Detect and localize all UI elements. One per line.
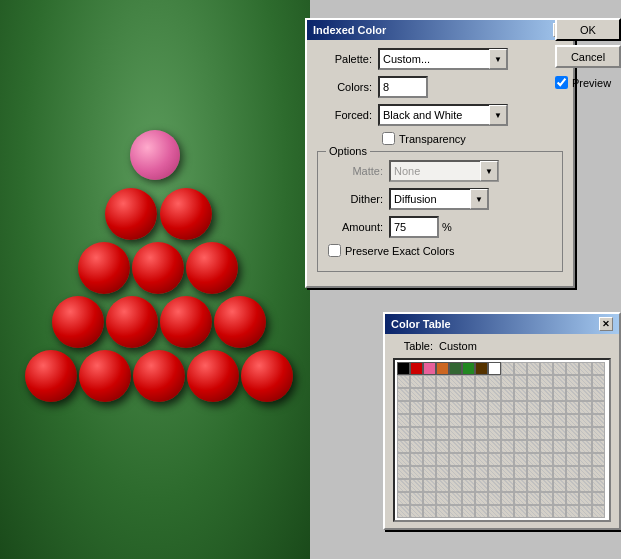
swatch-empty[interactable] <box>410 414 423 427</box>
swatch-empty[interactable] <box>514 440 527 453</box>
swatch-empty[interactable] <box>566 427 579 440</box>
swatch-empty[interactable] <box>462 505 475 518</box>
swatch-empty[interactable] <box>527 362 540 375</box>
swatch-empty[interactable] <box>475 453 488 466</box>
swatch-empty[interactable] <box>436 414 449 427</box>
swatch-empty[interactable] <box>397 375 410 388</box>
swatch-empty[interactable] <box>527 388 540 401</box>
swatch-empty[interactable] <box>579 505 592 518</box>
swatch-empty[interactable] <box>527 401 540 414</box>
swatch-empty[interactable] <box>592 414 605 427</box>
swatch-empty[interactable] <box>449 388 462 401</box>
swatch-empty[interactable] <box>410 453 423 466</box>
swatch-empty[interactable] <box>566 466 579 479</box>
swatch-empty[interactable] <box>410 466 423 479</box>
swatch-empty[interactable] <box>423 401 436 414</box>
palette-select[interactable]: Custom... <box>378 48 508 70</box>
swatch-empty[interactable] <box>410 375 423 388</box>
swatch-empty[interactable] <box>540 375 553 388</box>
swatch-empty[interactable] <box>449 427 462 440</box>
swatch-empty[interactable] <box>462 440 475 453</box>
swatch-empty[interactable] <box>553 466 566 479</box>
swatch-empty[interactable] <box>475 440 488 453</box>
swatch-empty[interactable] <box>488 479 501 492</box>
swatch-white[interactable] <box>488 362 501 375</box>
swatch-empty[interactable] <box>579 414 592 427</box>
transparency-checkbox[interactable] <box>382 132 395 145</box>
swatch-empty[interactable] <box>488 492 501 505</box>
swatch-empty[interactable] <box>514 401 527 414</box>
swatch-empty[interactable] <box>475 375 488 388</box>
swatch-empty[interactable] <box>527 453 540 466</box>
swatch-empty[interactable] <box>423 427 436 440</box>
swatch-empty[interactable] <box>540 492 553 505</box>
swatch-empty[interactable] <box>527 479 540 492</box>
color-table-titlebar[interactable]: Color Table ✕ <box>385 314 619 334</box>
swatch-empty[interactable] <box>501 362 514 375</box>
swatch-empty[interactable] <box>436 375 449 388</box>
swatch-empty[interactable] <box>449 479 462 492</box>
swatch-empty[interactable] <box>501 440 514 453</box>
swatch-empty[interactable] <box>423 388 436 401</box>
swatch-empty[interactable] <box>462 453 475 466</box>
swatch-empty[interactable] <box>514 414 527 427</box>
swatch-empty[interactable] <box>475 414 488 427</box>
swatch-pink[interactable] <box>423 362 436 375</box>
swatch-empty[interactable] <box>449 440 462 453</box>
swatch-empty[interactable] <box>579 427 592 440</box>
swatch-empty[interactable] <box>579 466 592 479</box>
swatch-empty[interactable] <box>475 401 488 414</box>
swatch-empty[interactable] <box>397 388 410 401</box>
swatch-darkgreen[interactable] <box>449 362 462 375</box>
swatch-empty[interactable] <box>501 401 514 414</box>
swatch-empty[interactable] <box>436 466 449 479</box>
swatch-empty[interactable] <box>501 479 514 492</box>
swatch-empty[interactable] <box>475 505 488 518</box>
swatch-empty[interactable] <box>514 505 527 518</box>
swatch-empty[interactable] <box>566 362 579 375</box>
indexed-color-titlebar[interactable]: Indexed Color ✕ <box>307 20 573 40</box>
color-table-close-button[interactable]: ✕ <box>599 317 613 331</box>
swatch-empty[interactable] <box>514 375 527 388</box>
swatch-empty[interactable] <box>579 401 592 414</box>
swatch-empty[interactable] <box>397 440 410 453</box>
swatch-empty[interactable] <box>488 375 501 388</box>
swatch-empty[interactable] <box>579 440 592 453</box>
swatch-empty[interactable] <box>540 440 553 453</box>
swatch-empty[interactable] <box>475 427 488 440</box>
ok-button[interactable]: OK <box>555 18 621 41</box>
cancel-button[interactable]: Cancel <box>555 45 621 68</box>
swatch-empty[interactable] <box>488 466 501 479</box>
swatch-empty[interactable] <box>462 388 475 401</box>
swatch-empty[interactable] <box>423 453 436 466</box>
swatch-empty[interactable] <box>579 453 592 466</box>
swatch-empty[interactable] <box>475 466 488 479</box>
dither-select[interactable]: Diffusion <box>389 188 489 210</box>
swatch-empty[interactable] <box>488 453 501 466</box>
swatch-empty[interactable] <box>462 427 475 440</box>
swatch-empty[interactable] <box>527 466 540 479</box>
swatch-empty[interactable] <box>488 505 501 518</box>
swatch-empty[interactable] <box>475 479 488 492</box>
swatch-empty[interactable] <box>592 388 605 401</box>
swatch-empty[interactable] <box>436 453 449 466</box>
swatch-empty[interactable] <box>527 505 540 518</box>
swatch-empty[interactable] <box>514 362 527 375</box>
swatch-empty[interactable] <box>566 453 579 466</box>
swatch-empty[interactable] <box>553 492 566 505</box>
swatch-empty[interactable] <box>553 427 566 440</box>
swatch-empty[interactable] <box>579 362 592 375</box>
swatch-empty[interactable] <box>397 401 410 414</box>
swatch-empty[interactable] <box>553 414 566 427</box>
swatch-empty[interactable] <box>449 492 462 505</box>
swatch-empty[interactable] <box>566 401 579 414</box>
swatch-empty[interactable] <box>553 401 566 414</box>
swatch-empty[interactable] <box>462 414 475 427</box>
swatch-empty[interactable] <box>501 375 514 388</box>
swatch-empty[interactable] <box>449 505 462 518</box>
swatch-empty[interactable] <box>423 492 436 505</box>
swatch-empty[interactable] <box>527 375 540 388</box>
swatch-empty[interactable] <box>540 427 553 440</box>
swatch-empty[interactable] <box>423 466 436 479</box>
swatch-empty[interactable] <box>592 440 605 453</box>
